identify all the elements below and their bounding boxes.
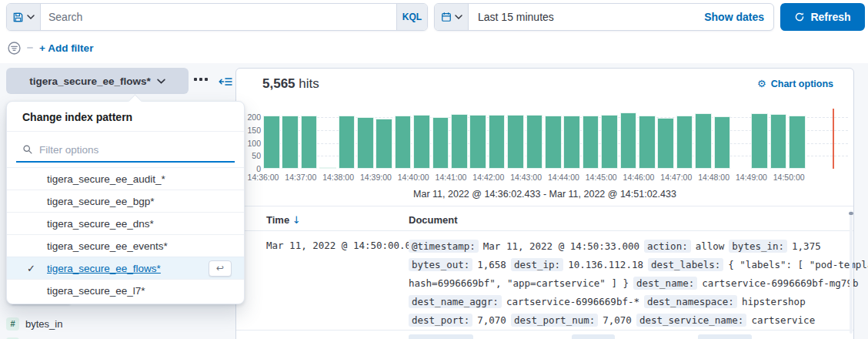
saved-query-menu-button[interactable] — [7, 4, 41, 30]
divider — [236, 206, 853, 206]
field-value: 7,070 — [477, 314, 506, 326]
histogram-bar — [319, 167, 336, 169]
date-quick-menu-button[interactable] — [435, 4, 469, 30]
histogram-bar — [282, 116, 299, 169]
histogram-bar — [657, 118, 674, 169]
number-field-icon: # — [6, 317, 19, 331]
index-pattern-switcher-button[interactable]: tigera_secure_ee_flows* — [6, 68, 189, 94]
x-axis-tick-label: 14:38:00 — [322, 173, 354, 182]
index-pattern-option[interactable]: tigera_secure_ee_l7* — [7, 279, 244, 301]
filter-divider-dash — [27, 47, 33, 49]
show-dates-button[interactable]: Show dates — [695, 4, 773, 30]
field-name-pill[interactable]: dest_namespace: — [644, 295, 737, 308]
save-query-icon — [12, 12, 24, 23]
hits-histogram[interactable]: 05010015020014:36:0014:37:0014:38:0014:3… — [236, 69, 855, 184]
index-pattern-option-label: tigera_secure_ee_flows* — [47, 263, 161, 274]
index-pattern-option[interactable]: tigera_secure_ee_audit_* — [7, 167, 244, 190]
filter-options-input[interactable] — [39, 144, 229, 156]
histogram-bar — [469, 115, 486, 169]
field-name-pill[interactable]: dest_name_aggr: — [409, 295, 502, 308]
x-axis-tick-label: 14:36:00 — [248, 173, 279, 182]
time-range-label[interactable]: Last 15 minutes — [469, 4, 695, 30]
index-pattern-option[interactable]: ✓tigera_secure_ee_flows*↩ — [7, 257, 244, 279]
divider — [236, 230, 853, 231]
kql-language-button[interactable]: KQL — [396, 4, 427, 30]
x-axis-tick-label: 14:44:00 — [548, 173, 579, 182]
x-axis-tick-label: 14:39:00 — [360, 173, 392, 182]
field-list-item-bytes_in[interactable]: #bytes_in — [6, 314, 237, 333]
histogram-bar — [432, 117, 449, 169]
next-row-field-pill — [572, 334, 615, 339]
field-name-pill[interactable]: bytes_out: — [409, 258, 472, 271]
next-row-field-pill — [698, 334, 752, 339]
chevron-down-icon — [27, 15, 35, 19]
check-icon: ✓ — [27, 263, 35, 274]
histogram-bar — [301, 116, 318, 169]
field-name-pill[interactable]: action: — [644, 240, 691, 253]
chart-time-range-subtitle: Mar 11, 2022 @ 14:36:02.433 - Mar 11, 20… — [236, 189, 853, 200]
discover-results-panel: 5,565 hits ⚙ Chart options 0501001502001… — [235, 68, 854, 339]
index-pattern-option-label: tigera_secure_ee_bgp* — [47, 196, 155, 207]
field-value: hipstershop — [742, 296, 806, 307]
field-name-pill[interactable]: dest_name: — [633, 277, 697, 290]
collapse-sidebar-icon[interactable] — [219, 76, 232, 88]
table-scrollbar-thumb[interactable] — [849, 212, 853, 215]
time-column-header[interactable]: Time ↓ — [266, 214, 301, 226]
table-scrollbar-track[interactable] — [850, 210, 853, 334]
filter-menu-icon[interactable] — [8, 42, 21, 55]
index-pattern-option[interactable]: tigera_secure_ee_bgp* — [7, 190, 244, 212]
field-name-pill[interactable]: bytes_in: — [729, 240, 787, 253]
field-value: hash=6996669bf", "app=cartservice" ] } — [409, 277, 629, 289]
document-line: dest_name_aggr:cartservice-6996669bf-*de… — [409, 292, 810, 310]
next-row-field-pill — [409, 334, 473, 339]
x-axis-tick-label: 14:48:00 — [698, 173, 729, 182]
add-filter-button[interactable]: + Add filter — [39, 42, 93, 54]
index-pattern-option-list: tigera_secure_ee_audit_*tigera_secure_ee… — [7, 167, 244, 301]
index-pattern-option-label: tigera_secure_ee_events* — [47, 240, 168, 252]
query-top-bar: KQL Last 15 minutes Show dates Refresh — [0, 0, 868, 63]
field-name-pill[interactable]: dest_service_name: — [636, 314, 746, 327]
refresh-button[interactable]: Refresh — [780, 3, 865, 31]
index-pattern-option-label: tigera_secure_ee_audit_* — [47, 173, 165, 185]
document-line: @timestamp:Mar 11, 2022 @ 14:50:33.000ac… — [409, 237, 826, 255]
field-value: 7,070 — [603, 314, 632, 326]
field-name-pill[interactable]: @timestamp: — [409, 240, 479, 253]
x-axis-tick-label: 14:46:00 — [623, 173, 655, 182]
field-name-pill[interactable]: dest_ip: — [511, 258, 563, 271]
chevron-down-icon — [455, 15, 462, 19]
histogram-bar — [676, 116, 693, 169]
field-name-pill[interactable]: dest_labels: — [648, 258, 723, 271]
refresh-label: Refresh — [810, 11, 850, 23]
document-line: dest_port:7,070dest_port_num:7,070dest_s… — [409, 310, 820, 329]
search-bar: KQL — [6, 3, 428, 31]
x-axis-tick-label: 14:50:00 — [773, 173, 805, 182]
histogram-bar — [339, 116, 356, 169]
x-axis-tick-label: 14:37:00 — [285, 173, 316, 182]
field-display-options-icon[interactable] — [194, 78, 208, 81]
chevron-down-icon — [157, 79, 165, 84]
histogram-bar — [639, 116, 656, 169]
histogram-bar — [413, 115, 430, 169]
search-icon — [22, 144, 33, 155]
histogram-bar — [751, 113, 768, 169]
field-value: cartservice-6996669bf-* — [506, 296, 639, 307]
x-axis-tick-label: 14:42:00 — [472, 173, 504, 182]
field-name-pill[interactable]: dest_port_num: — [511, 314, 598, 327]
sort-descending-icon: ↓ — [292, 214, 301, 226]
field-label: bytes_in — [25, 318, 62, 330]
current-time-marker — [833, 109, 834, 169]
document-line: hash=6996669bf", "app=cartservice" ] }de… — [409, 274, 863, 292]
index-pattern-option[interactable]: tigera_secure_ee_dns* — [7, 212, 244, 234]
change-index-pattern-popover: Change index pattern tigera_secure_ee_au… — [6, 101, 245, 304]
index-pattern-option[interactable]: tigera_secure_ee_events* — [7, 234, 244, 257]
field-list-item[interactable]: # — [6, 334, 237, 339]
document-column-header: Document — [409, 214, 458, 226]
search-input[interactable] — [41, 4, 396, 30]
x-axis-tick-label: 14:43:00 — [510, 173, 542, 182]
field-name-pill[interactable]: dest_port: — [409, 314, 472, 327]
histogram-bar — [357, 117, 374, 169]
histogram-bar — [620, 112, 637, 169]
date-picker: Last 15 minutes Show dates — [434, 3, 774, 31]
document-line: bytes_out:1,658dest_ip:10.136.112.18dest… — [409, 255, 868, 274]
x-axis-tick-label: 14:40:00 — [398, 173, 429, 182]
